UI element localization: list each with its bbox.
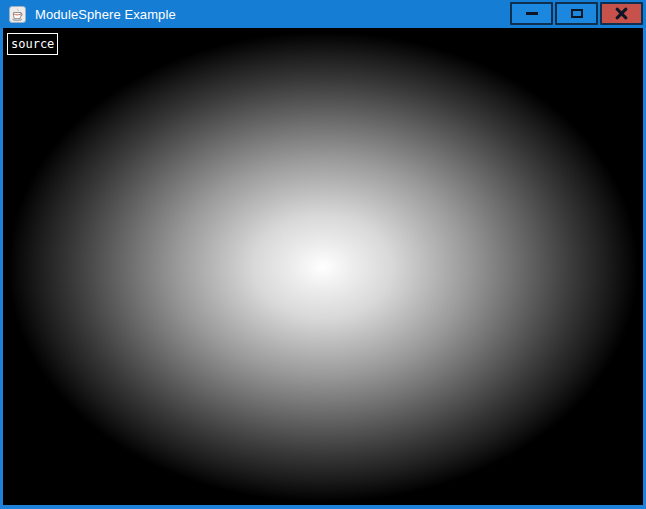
- close-button[interactable]: [600, 2, 643, 25]
- minimize-button[interactable]: [510, 2, 553, 25]
- java-coffee-cup-icon: [9, 6, 26, 23]
- window-title: ModuleSphere Example: [35, 7, 176, 22]
- minimize-icon: [526, 12, 538, 15]
- close-icon: [615, 7, 628, 20]
- window-controls: [510, 0, 643, 25]
- app-window: ModuleSphere Example source: [0, 0, 646, 509]
- maximize-icon: [571, 9, 583, 18]
- maximize-button[interactable]: [555, 2, 598, 25]
- source-button[interactable]: source: [7, 33, 58, 55]
- titlebar[interactable]: ModuleSphere Example: [0, 0, 646, 28]
- render-viewport[interactable]: source: [3, 28, 643, 505]
- sphere-light-glow: [3, 28, 643, 505]
